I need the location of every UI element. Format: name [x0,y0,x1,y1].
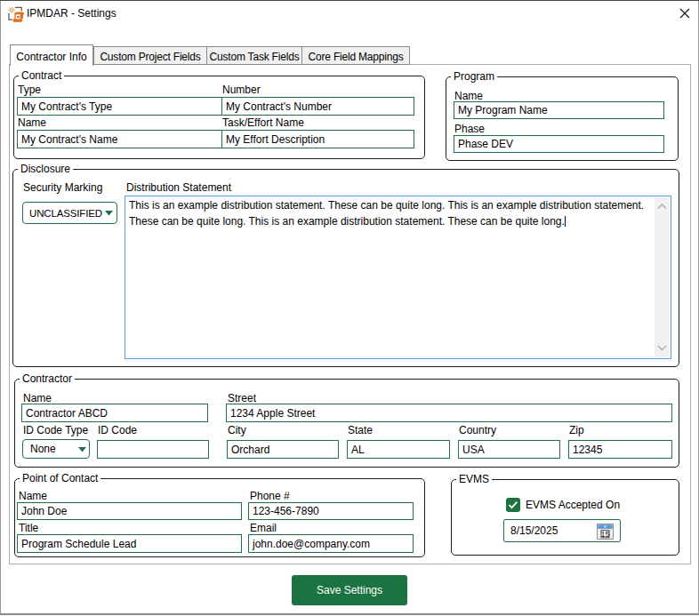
svg-text:15: 15 [600,530,609,539]
